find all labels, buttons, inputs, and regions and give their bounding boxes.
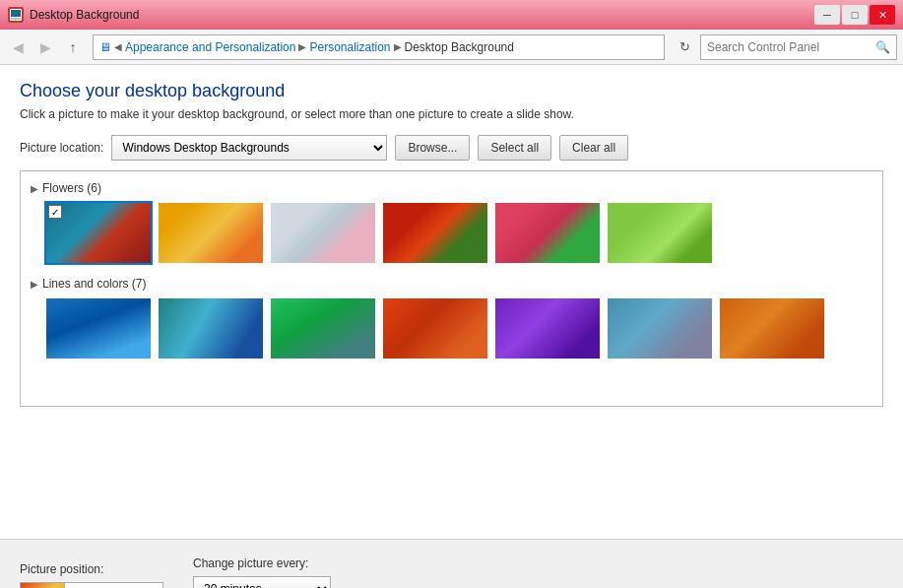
change-picture-select[interactable]: 30 minutes 1 hour 6 hours 1 day [193,576,331,589]
navigation-bar: ◀ ▶ ↑ 🖥 ◀ Appearance and Personalization… [0,30,903,65]
flowers-group-label: Flowers (6) [42,181,101,195]
flowers-thumbnails: ✓ [29,199,874,273]
breadcrumb-part1[interactable]: Appearance and Personalization [125,40,295,54]
title-bar: Desktop Background ─ □ ✕ [0,0,903,30]
flower-image-5 [495,203,600,263]
flower-image-2 [159,203,263,263]
position-preview-image [21,583,64,589]
line-image-6 [608,298,712,359]
position-preview-thumb [20,582,65,589]
svg-rect-2 [11,18,21,20]
maximize-button[interactable]: □ [842,5,868,25]
flower-thumb-6[interactable] [606,201,714,265]
page-subtitle: Click a picture to make it your desktop … [20,107,883,121]
forward-button[interactable]: ▶ [33,35,57,59]
breadcrumb-sep1: ▶ [298,41,306,52]
lines-group-header[interactable]: ▶ Lines and colors (7) [29,273,874,294]
line-thumb-1[interactable] [44,296,153,360]
flower-image-3 [271,203,375,263]
minimize-button[interactable]: ─ [814,5,840,25]
title-bar-left: Desktop Background [8,7,139,23]
window-controls: ─ □ ✕ [814,5,895,25]
picture-position-label: Picture position: [20,562,163,576]
flower-image-6 [608,203,712,263]
search-bar: 🔍 [700,34,897,60]
gallery-container[interactable]: ▶ Flowers (6) ✓ [20,170,883,407]
back-button[interactable]: ◀ [6,35,30,59]
flower-thumb-3[interactable] [269,201,377,265]
search-icon: 🔍 [875,40,890,54]
line-thumb-3[interactable] [269,296,377,360]
select-all-button[interactable]: Select all [478,135,551,161]
flower-thumb-1[interactable]: ✓ [44,201,153,265]
change-picture-label: Change picture every: [193,556,331,570]
line-image-1 [46,298,151,359]
line-image-7 [720,298,824,359]
refresh-button[interactable]: ↻ [673,35,696,59]
position-select[interactable]: Fill Fit Stretch Tile Center [65,582,163,589]
flower-image-4 [383,203,487,263]
breadcrumb-part3: Desktop Background [405,40,514,54]
line-thumb-5[interactable] [493,296,602,360]
flowers-arrow: ▶ [31,183,38,194]
flowers-group-header[interactable]: ▶ Flowers (6) [29,177,874,199]
line-image-2 [159,298,263,359]
picture-location-row: Picture location: Windows Desktop Backgr… [20,135,883,161]
lines-arrow: ▶ [31,279,38,290]
breadcrumb-sep0: ◀ [114,41,122,52]
up-button[interactable]: ↑ [61,35,85,59]
lines-group-label: Lines and colors (7) [42,277,146,291]
page-title: Choose your desktop background [20,81,883,101]
picture-position-row: Fill Fit Stretch Tile Center [20,582,163,589]
flower-thumb-2[interactable] [157,201,265,265]
flower-checkbox-1[interactable]: ✓ [48,205,62,219]
svg-rect-1 [11,10,21,17]
line-thumb-2[interactable] [157,296,265,360]
app-icon [8,7,24,23]
picture-position-area: Picture position: Fill Fit Stretch Tile … [20,562,163,589]
flower-thumb-4[interactable] [381,201,489,265]
breadcrumb-sep2: ▶ [394,41,402,52]
line-image-3 [271,298,375,359]
flower-thumb-5[interactable] [493,201,602,265]
change-picture-area: Change picture every: 30 minutes 1 hour … [193,556,331,589]
line-thumb-7[interactable] [718,296,826,360]
line-thumb-6[interactable] [606,296,714,360]
line-thumb-4[interactable] [381,296,489,360]
picture-location-select[interactable]: Windows Desktop Backgrounds Solid Colors… [111,135,387,161]
lines-thumbnails [29,294,874,368]
bottom-section: Picture position: Fill Fit Stretch Tile … [0,539,903,588]
picture-location-label: Picture location: [20,141,103,155]
browse-button[interactable]: Browse... [395,135,470,161]
line-image-5 [495,298,600,359]
main-content: Choose your desktop background Click a p… [0,65,903,539]
breadcrumb-part2[interactable]: Personalization [309,40,390,54]
window-title: Desktop Background [30,8,139,22]
close-button[interactable]: ✕ [870,5,895,25]
breadcrumb: 🖥 ◀ Appearance and Personalization ▶ Per… [93,34,665,60]
clear-all-button[interactable]: Clear all [559,135,628,161]
breadcrumb-icon: 🖥 [99,40,111,54]
line-image-4 [383,298,487,359]
search-input[interactable] [707,40,871,54]
gallery-inner: ▶ Flowers (6) ✓ [21,171,882,374]
